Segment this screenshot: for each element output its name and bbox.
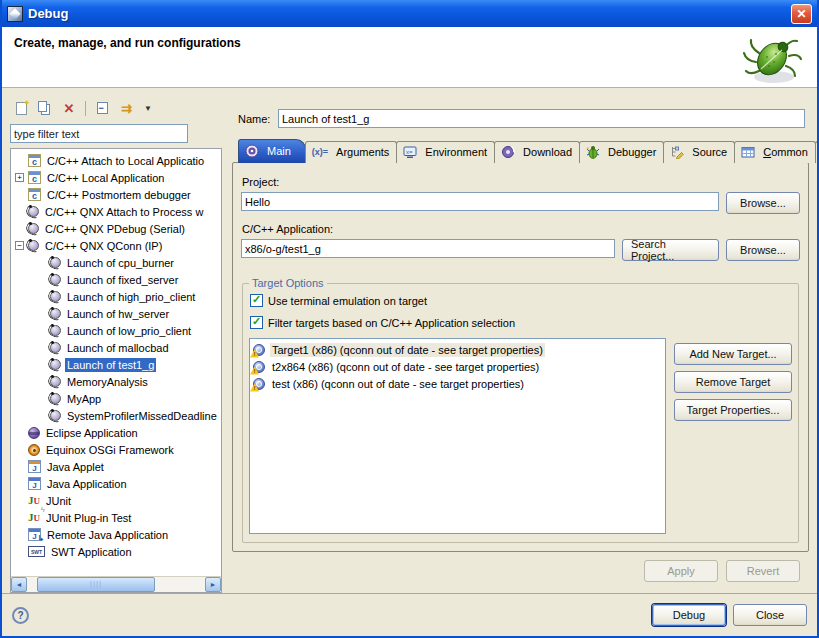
tree-item-c-c-postmortem-debugger[interactable]: cC/C++ Postmortem debugger <box>11 186 221 203</box>
scrollbar-track[interactable] <box>27 577 205 592</box>
debug-button[interactable]: Debug <box>652 604 726 626</box>
qnx-launch-icon <box>28 223 39 234</box>
tree-horizontal-scrollbar[interactable]: ◄ ► <box>11 576 221 592</box>
help-icon[interactable]: ? <box>12 607 29 624</box>
target-label: Target1 (x86) (qconn out of date - see t… <box>270 343 545 357</box>
tab-label: Source <box>692 146 727 158</box>
common-tab-icon <box>741 145 755 159</box>
filter-targets-checkbox[interactable] <box>250 316 263 329</box>
tab-debugger[interactable]: ✦Debugger <box>579 141 664 163</box>
tree-item-launch-of-high-prio-client[interactable]: Launch of high_prio_client <box>11 288 221 305</box>
filter-input[interactable] <box>10 124 188 143</box>
tree-item-label: JUnit <box>44 494 73 508</box>
collapse-all-icon[interactable] <box>93 100 111 117</box>
dropdown-caret-icon[interactable]: ▼ <box>141 100 159 117</box>
tree-item-java-applet[interactable]: JJava Applet <box>11 458 221 475</box>
qnx-launch-icon <box>50 342 61 353</box>
qnx-launch-icon <box>50 308 61 319</box>
tree-item-label: Launch of mallocbad <box>65 341 171 355</box>
target-options-group: Target Options Use terminal emulation on… <box>242 277 799 543</box>
close-button[interactable]: Close <box>733 604 807 626</box>
tree-item-c-c-qnx-attach-to-process-w[interactable]: C/C++ QNX Attach to Process w <box>11 203 221 220</box>
project-input[interactable] <box>241 192 719 211</box>
scroll-left-arrow-icon[interactable]: ◄ <box>11 577 27 592</box>
tab-arguments[interactable]: (x)=Arguments <box>305 141 397 163</box>
tree-item-swt-application[interactable]: SWTSWT Application <box>11 543 221 560</box>
tree-item-label: C/C++ Attach to Local Applicatio <box>45 154 206 168</box>
scroll-right-arrow-icon[interactable]: ► <box>205 577 221 592</box>
application-label: C/C++ Application: <box>242 223 800 235</box>
target-list-item[interactable]: !t2x864 (x86) (qconn out of date - see t… <box>250 358 665 375</box>
dialog-body: ✦✕⇉▼ cC/C++ Attach to Local Applicatio+c… <box>2 88 817 593</box>
tree-item-launch-of-test1-g[interactable]: Launch of test1_g <box>11 356 221 373</box>
tree-item-label: C/C++ QNX PDebug (Serial) <box>43 222 187 236</box>
target-list-item[interactable]: !test (x86) (qconn out of date - see tar… <box>250 375 665 392</box>
apply-button[interactable]: Apply <box>644 560 718 582</box>
tree-item-c-c-qnx-qconn-ip[interactable]: −C/C++ QNX QConn (IP) <box>11 237 221 254</box>
tree-item-launch-of-mallocbad[interactable]: Launch of mallocbad <box>11 339 221 356</box>
target-list: !Target1 (x86) (qconn out of date - see … <box>249 338 666 534</box>
java-applet-icon: J <box>28 460 41 473</box>
configuration-panel: Name: Main(x)=Argumentsx=EnvironmentDown… <box>232 96 809 593</box>
debugger-tab-icon: ✦ <box>586 145 600 159</box>
filter-configurations-icon[interactable]: ⇉ <box>117 100 135 117</box>
window-close-button[interactable]: ✕ <box>791 4 812 24</box>
application-input[interactable] <box>241 239 615 258</box>
swt-application-icon: SWT <box>28 546 45 557</box>
target-list-item[interactable]: !Target1 (x86) (qconn out of date - see … <box>250 341 665 358</box>
junit-icon: JU <box>28 494 40 508</box>
tree-item-c-c-qnx-pdebug-serial[interactable]: C/C++ QNX PDebug (Serial) <box>11 220 221 237</box>
tree-item-label: Remote Java Application <box>45 528 170 542</box>
tree-item-equinox-osgi-framework[interactable]: Equinox OSGi Framework <box>11 441 221 458</box>
tree-item-java-application[interactable]: JJava Application <box>11 475 221 492</box>
tree-item-eclipse-application[interactable]: Eclipse Application <box>11 424 221 441</box>
tab-tools[interactable]: Tools <box>815 141 819 163</box>
target-properties-button[interactable]: Target Properties... <box>674 399 792 421</box>
terminal-emulation-checkbox[interactable] <box>250 294 263 307</box>
equinox-osgi-icon <box>28 444 40 456</box>
name-input[interactable] <box>278 109 805 128</box>
expand-icon[interactable]: + <box>15 173 24 182</box>
project-browse-button[interactable]: Browse... <box>726 192 800 214</box>
launch-config-sidebar: ✦✕⇉▼ cC/C++ Attach to Local Applicatio+c… <box>10 96 222 593</box>
tree-item-junit-plug-in-test[interactable]: JUϟJUnit Plug-in Test <box>11 509 221 526</box>
tree-item-remote-java-application[interactable]: J↳Remote Java Application <box>11 526 221 543</box>
tree-item-launch-of-hw-server[interactable]: Launch of hw_server <box>11 305 221 322</box>
title-bar: Debug ✕ <box>2 0 817 27</box>
tree-rows: cC/C++ Attach to Local Applicatio+cC/C++… <box>11 152 221 576</box>
tree-item-myapp[interactable]: MyApp <box>11 390 221 407</box>
tree-item-memoryanalysis[interactable]: MemoryAnalysis <box>11 373 221 390</box>
tab-environment[interactable]: x=Environment <box>396 141 495 163</box>
search-project-button[interactable]: Search Project... <box>622 239 719 261</box>
tree-item-launch-of-low-prio-client[interactable]: Launch of low_prio_client <box>11 322 221 339</box>
remote-java-icon: J↳ <box>28 528 41 541</box>
remove-target-button[interactable]: Remove Target <box>674 371 792 393</box>
debug-dialog: Debug ✕ Create, manage, and run configur… <box>0 0 819 638</box>
add-new-target-button[interactable]: Add New Target... <box>674 343 792 365</box>
qnx-launch-icon <box>50 376 61 387</box>
tab-main[interactable]: Main <box>238 139 306 163</box>
delete-configuration-icon[interactable]: ✕ <box>60 100 78 117</box>
tree-item-systemprofilermisseddeadline[interactable]: SystemProfilerMissedDeadline <box>11 407 221 424</box>
target-label: test (x86) (qconn out of date - see targ… <box>270 377 526 391</box>
tab-common[interactable]: Common <box>734 141 816 163</box>
collapse-icon[interactable]: − <box>15 241 24 250</box>
duplicate-configuration-icon[interactable] <box>36 100 54 117</box>
revert-button[interactable]: Revert <box>726 560 800 582</box>
svg-text:✦: ✦ <box>586 145 590 151</box>
dialog-button-bar: ? Debug Close <box>2 593 817 636</box>
tree-item-c-c-attach-to-local-applicatio[interactable]: cC/C++ Attach to Local Applicatio <box>11 152 221 169</box>
application-browse-button[interactable]: Browse... <box>726 239 800 261</box>
tab-source[interactable]: Source <box>663 141 735 163</box>
scrollbar-thumb[interactable] <box>37 577 155 592</box>
tree-item-launch-of-fixed-server[interactable]: Launch of fixed_server <box>11 271 221 288</box>
tree-item-label: Launch of fixed_server <box>65 273 180 287</box>
junit-plugin-icon: JUϟ <box>28 511 40 525</box>
tree-item-label: Eclipse Application <box>44 426 140 440</box>
tab-download[interactable]: Download <box>494 141 580 163</box>
tree-item-c-c-local-application[interactable]: +cC/C++ Local Application <box>11 169 221 186</box>
tree-item-label: SystemProfilerMissedDeadline <box>65 409 219 423</box>
terminal-emulation-label: Use terminal emulation on target <box>268 295 427 307</box>
new-configuration-icon[interactable]: ✦ <box>12 100 30 117</box>
tree-item-launch-of-cpu-burner[interactable]: Launch of cpu_burner <box>11 254 221 271</box>
